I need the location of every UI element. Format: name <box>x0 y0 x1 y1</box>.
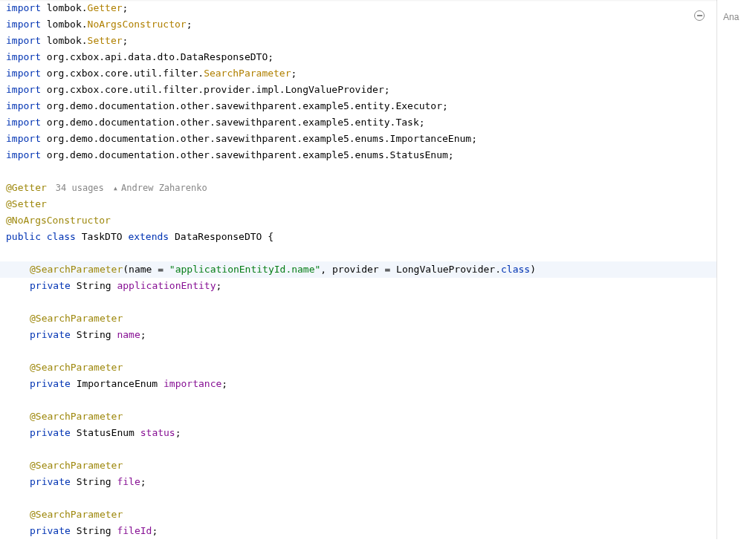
brace: { <box>262 231 274 242</box>
code-editor[interactable]: import lombok.Getter; import lombok.NoAr… <box>0 0 717 539</box>
code-line[interactable]: public class TaskDTO extends DataRespons… <box>0 229 716 245</box>
blank-line[interactable] <box>0 392 716 408</box>
package: org.cxbox.core.util.filter.provider.impl… <box>47 84 384 95</box>
code-line[interactable]: import lombok.Getter; <box>0 0 716 16</box>
package: org.demo.documentation.other.savewithpar… <box>47 149 448 160</box>
code-line[interactable]: @SearchParameter(name = "applicationEnti… <box>0 261 716 278</box>
class-ref: SearchParameter <box>204 68 291 79</box>
semicolon: ; <box>140 329 146 340</box>
semicolon: ; <box>442 100 448 111</box>
semicolon: ; <box>268 51 274 62</box>
keyword: private <box>30 329 71 340</box>
code-line[interactable]: private StatusEnum status; <box>0 425 716 441</box>
paren: (name = <box>123 264 169 275</box>
code-line[interactable]: @SearchParameter <box>0 507 716 523</box>
author-hint[interactable]: ▴Andrew Zaharenko <box>113 183 207 193</box>
string-literal: "applicationEntityId.name" <box>169 264 321 275</box>
semicolon: ; <box>448 149 454 160</box>
code-line[interactable]: import lombok.NoArgsConstructor; <box>0 16 716 33</box>
right-panel-label[interactable]: Ana <box>723 12 739 22</box>
keyword: import <box>6 117 41 128</box>
keyword: class <box>501 264 530 275</box>
code-line[interactable]: private ImportanceEnum importance; <box>0 376 716 392</box>
keyword: private <box>30 280 71 291</box>
semicolon: ; <box>419 117 425 128</box>
code-line[interactable]: import org.cxbox.api.data.dto.DataRespon… <box>0 49 716 65</box>
semicolon: ; <box>140 476 146 487</box>
blank-line[interactable] <box>0 343 716 359</box>
annotation: @NoArgsConstructor <box>6 215 111 226</box>
code-line[interactable]: import org.cxbox.core.util.filter.Search… <box>0 65 716 82</box>
keyword: import <box>6 2 41 13</box>
code-line[interactable]: @SearchParameter <box>0 310 716 327</box>
semicolon: ; <box>123 2 129 13</box>
code-line[interactable]: import org.cxbox.core.util.filter.provid… <box>0 82 716 98</box>
semicolon: ; <box>187 19 192 30</box>
package: lombok. <box>47 35 88 46</box>
blank-line[interactable] <box>0 490 716 507</box>
keyword: private <box>30 525 71 536</box>
code-line[interactable]: @SearchParameter <box>0 408 716 425</box>
keyword: import <box>6 19 41 30</box>
blank-line[interactable] <box>0 245 716 261</box>
annotation: @SearchParameter <box>30 362 123 373</box>
keyword: private <box>30 378 71 389</box>
blank-line[interactable] <box>0 294 716 310</box>
code-line[interactable]: import lombok.Setter; <box>0 33 716 49</box>
annotation: @SearchParameter <box>30 313 123 324</box>
code-line[interactable]: private String applicationEntity; <box>0 278 716 294</box>
code-line[interactable]: @NoArgsConstructor <box>0 212 716 229</box>
semicolon: ; <box>471 133 477 144</box>
field-name: file <box>117 476 140 487</box>
text: , provider = LongValueProvider. <box>320 264 501 275</box>
class-name: TaskDTO <box>82 231 123 242</box>
semicolon: ; <box>152 525 158 536</box>
type: String <box>77 525 111 536</box>
type: String <box>77 329 111 340</box>
annotation: @SearchParameter <box>30 411 123 422</box>
blank-line[interactable] <box>0 441 716 458</box>
keyword: import <box>6 68 41 79</box>
keyword: private <box>30 476 71 487</box>
field-name: importance <box>164 378 221 389</box>
code-line[interactable]: private String name; <box>0 327 716 343</box>
scrollbar[interactable] <box>708 0 717 539</box>
collapse-icon[interactable] <box>694 10 705 21</box>
code-line[interactable]: @SearchParameter <box>0 458 716 474</box>
code-line[interactable]: import org.demo.documentation.other.save… <box>0 131 716 147</box>
code-line[interactable]: private String file; <box>0 474 716 490</box>
right-panel: Ana <box>717 0 741 34</box>
code-line[interactable]: @SearchParameter <box>0 359 716 376</box>
field-name: fileId <box>117 525 152 536</box>
top-shadow <box>0 0 717 1</box>
keyword: import <box>6 149 41 160</box>
code-line[interactable]: import org.demo.documentation.other.save… <box>0 98 716 114</box>
package: org.demo.documentation.other.savewithpar… <box>47 117 419 128</box>
semicolon: ; <box>221 378 227 389</box>
keyword: private <box>30 427 71 438</box>
package: org.demo.documentation.other.savewithpar… <box>47 100 442 111</box>
code-line[interactable]: @Setter <box>0 196 716 212</box>
class-ref: Setter <box>88 35 123 46</box>
package: lombok. <box>47 19 88 30</box>
annotation: @SearchParameter <box>30 460 123 471</box>
paren: ) <box>530 264 536 275</box>
keyword: import <box>6 84 41 95</box>
keyword: import <box>6 100 41 111</box>
class-ref: Getter <box>88 2 123 13</box>
code-line[interactable]: private String fileId; <box>0 523 716 539</box>
type: ImportanceEnum <box>77 378 158 389</box>
package: org.demo.documentation.other.savewithpar… <box>47 133 471 144</box>
blank-line[interactable] <box>0 163 716 180</box>
keyword: import <box>6 35 41 46</box>
code-line[interactable]: import org.demo.documentation.other.save… <box>0 147 716 163</box>
keyword: class <box>47 231 76 242</box>
keyword: import <box>6 133 41 144</box>
code-line[interactable]: import org.demo.documentation.other.save… <box>0 114 716 131</box>
type: String <box>77 280 111 291</box>
annotation: @SearchParameter <box>30 509 123 520</box>
code-line[interactable]: @Getter34 usages▴Andrew Zaharenko <box>0 180 716 196</box>
usages-hint[interactable]: 34 usages <box>56 183 104 193</box>
semicolon: ; <box>216 280 221 291</box>
package: lombok. <box>47 2 88 13</box>
